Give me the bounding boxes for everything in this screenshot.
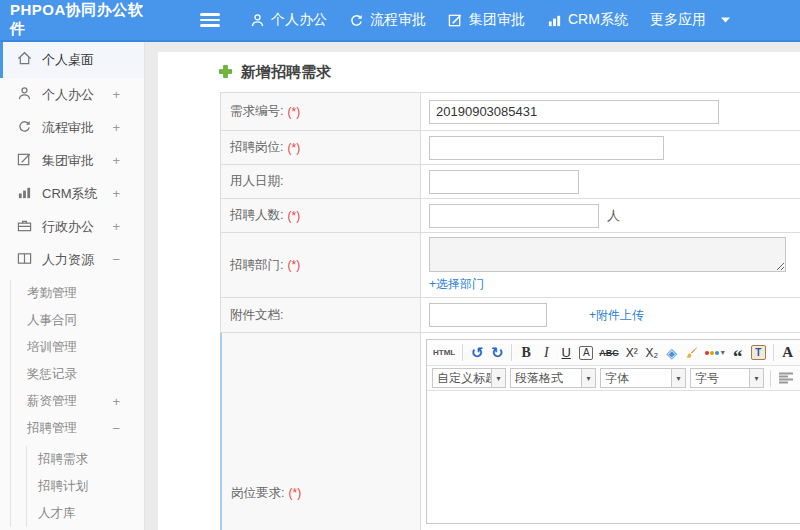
form-row-position: 招聘岗位: (*) xyxy=(220,131,800,165)
blockquote-button[interactable]: “ xyxy=(729,342,747,363)
field-label: 招聘岗位: xyxy=(230,139,283,156)
workflow-icon xyxy=(17,119,32,137)
expand-icon[interactable]: − xyxy=(112,252,120,267)
top-navigation: 个人办公 流程审批 集团审批 CRM系统 更多应用 xyxy=(250,11,753,29)
select-value: 字体 xyxy=(601,370,671,387)
sidebar-item-label: 薪资管理 xyxy=(27,393,77,410)
user-icon xyxy=(250,13,265,28)
hire-date-input[interactable] xyxy=(429,170,579,194)
sidebar-item-recruit-plan[interactable]: 招聘计划 xyxy=(27,473,144,500)
underline-button[interactable]: U xyxy=(557,342,575,363)
expand-icon[interactable]: + xyxy=(112,394,120,409)
required-mark: (*) xyxy=(287,105,300,119)
sidebar-item-label: CRM系统 xyxy=(42,185,98,203)
menu-toggle-icon[interactable] xyxy=(200,10,220,30)
align-left-button[interactable] xyxy=(776,368,796,388)
select-value: 字号 xyxy=(691,370,749,387)
redo-button[interactable]: ↻ xyxy=(488,342,506,363)
sidebar-item-label: 个人桌面 xyxy=(42,51,94,69)
sidebar-item-label: 行政办公 xyxy=(42,218,94,236)
sidebar-item-label: 招聘需求 xyxy=(38,451,88,468)
sidebar-item-label: 招聘管理 xyxy=(27,420,77,437)
color-palette-button[interactable]: ▾ xyxy=(703,342,727,363)
form-row-hire-date: 用人日期: xyxy=(220,165,800,199)
sidebar-item-training[interactable]: 培训管理 xyxy=(11,334,144,361)
caret-down-icon: ▾ xyxy=(721,348,725,357)
sidebar-item-group-approval[interactable]: 集团审批 + xyxy=(0,144,144,177)
field-label: 岗位要求: xyxy=(231,485,284,502)
caret-down-icon: ▾ xyxy=(491,369,505,387)
expand-icon[interactable]: + xyxy=(112,186,120,201)
sidebar-item-human-resources[interactable]: 人力资源 − xyxy=(0,243,144,276)
expand-icon[interactable]: + xyxy=(112,153,120,168)
expand-icon[interactable]: + xyxy=(112,120,120,135)
font-size-select[interactable]: 字号 ▾ xyxy=(690,368,764,388)
add-plus-icon xyxy=(218,64,233,82)
attachment-input[interactable] xyxy=(429,303,547,327)
expand-icon[interactable]: + xyxy=(112,87,120,102)
sidebar-item-admin-office[interactable]: 行政办公 + xyxy=(0,210,144,243)
subscript-button[interactable]: X₂ xyxy=(643,342,661,363)
expand-icon[interactable]: + xyxy=(112,219,120,234)
nav-label: 流程审批 xyxy=(370,11,426,29)
select-department-link[interactable]: +选择部门 xyxy=(429,276,484,293)
sidebar-item-personal-office[interactable]: 个人办公 + xyxy=(0,78,144,111)
home-icon xyxy=(17,51,32,69)
sidebar-item-talent-pool[interactable]: 人才库 xyxy=(27,500,144,527)
editor-toolbar-row2: 自定义标题 ▾ 段落格式 ▾ 字体 ▾ 字号 ▾ xyxy=(427,366,800,391)
required-mark: (*) xyxy=(287,141,300,155)
brush-icon xyxy=(685,346,698,359)
superscript-button[interactable]: X² xyxy=(623,342,641,363)
edit-icon xyxy=(17,152,32,170)
field-label: 招聘部门: xyxy=(230,257,283,274)
html-source-button[interactable]: HTML xyxy=(431,342,457,363)
rich-text-editor: HTML ↺ ↻ B I U A ABC X² X₂ ◈ xyxy=(426,339,800,524)
format-brush-button[interactable] xyxy=(683,342,701,363)
expand-icon[interactable]: − xyxy=(112,421,120,436)
select-value: 段落格式 xyxy=(511,370,581,387)
font-family-select[interactable]: 字体 ▾ xyxy=(600,368,686,388)
more-apps-caret-icon[interactable] xyxy=(720,16,731,24)
required-mark: (*) xyxy=(287,258,300,272)
sidebar-item-salary[interactable]: 薪资管理 + xyxy=(11,388,144,415)
sidebar-item-workflow-approval[interactable]: 流程审批 + xyxy=(0,111,144,144)
editor-content-area[interactable] xyxy=(427,391,800,523)
paragraph-format-select[interactable]: 段落格式 ▾ xyxy=(510,368,596,388)
nav-more-apps[interactable]: 更多应用 xyxy=(650,11,706,29)
nav-workflow-approval[interactable]: 流程审批 xyxy=(349,11,426,29)
form-row-department: 招聘部门: (*) +选择部门 xyxy=(220,233,800,298)
sidebar-item-attendance[interactable]: 考勤管理 xyxy=(11,280,144,307)
recruitment-submenu: 招聘需求 招聘计划 人才库 xyxy=(26,446,144,527)
position-input[interactable] xyxy=(429,136,664,160)
custom-title-select[interactable]: 自定义标题 ▾ xyxy=(432,368,506,388)
nav-crm-system[interactable]: CRM系统 xyxy=(547,11,628,29)
sidebar-item-recruit-demand[interactable]: 招聘需求 xyxy=(27,446,144,473)
sidebar-item-hr-contract[interactable]: 人事合同 xyxy=(11,307,144,334)
briefcase-icon xyxy=(17,218,32,236)
italic-button[interactable]: I xyxy=(537,342,555,363)
sidebar-item-label: 考勤管理 xyxy=(27,285,77,302)
font-color-button[interactable]: A xyxy=(779,342,797,363)
sidebar-item-crm[interactable]: CRM系统 + xyxy=(0,177,144,210)
bold-button[interactable]: B xyxy=(517,342,535,363)
strikethrough-button[interactable]: ABC xyxy=(597,342,621,363)
attachment-upload-link[interactable]: +附件上传 xyxy=(589,307,644,324)
paste-text-button[interactable]: T xyxy=(751,345,766,360)
sidebar-item-rewards[interactable]: 奖惩记录 xyxy=(11,361,144,388)
book-icon xyxy=(17,251,32,269)
headcount-input[interactable] xyxy=(429,204,599,228)
nav-group-approval[interactable]: 集团审批 xyxy=(448,11,525,29)
format-char-button[interactable]: A xyxy=(579,346,593,360)
sidebar-item-recruitment[interactable]: 招聘管理 − xyxy=(11,415,144,442)
remove-format-eraser-button[interactable]: ◈ xyxy=(663,342,681,363)
page-header: 新增招聘需求 xyxy=(158,52,800,82)
nav-personal-office[interactable]: 个人办公 xyxy=(250,11,327,29)
align-left-icon xyxy=(779,372,793,384)
department-textarea[interactable] xyxy=(429,237,786,272)
undo-button[interactable]: ↺ xyxy=(468,342,486,363)
demand-no-input[interactable] xyxy=(429,100,719,124)
sidebar-item-label: 培训管理 xyxy=(27,339,77,356)
select-value: 自定义标题 xyxy=(433,370,491,387)
required-mark: (*) xyxy=(288,486,301,500)
sidebar-item-personal-desktop[interactable]: 个人桌面 xyxy=(0,42,144,78)
